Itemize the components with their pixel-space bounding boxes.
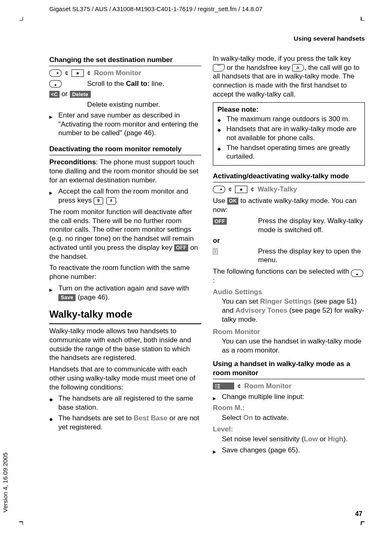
crop-mark bbox=[17, 521, 23, 527]
star-key-icon bbox=[235, 186, 247, 193]
ok-softkey: OK bbox=[227, 198, 238, 205]
list-item: The handsets are set to Best Base or are… bbox=[58, 414, 201, 432]
key-hash-icon: ♯ bbox=[106, 197, 116, 205]
handsfree-key-icon: 🔊 bbox=[292, 64, 304, 71]
off-softkey: OFF bbox=[213, 218, 227, 225]
body-text: The following functions can be selected … bbox=[213, 267, 365, 285]
clear-key-icon: <C bbox=[49, 91, 60, 98]
instruction-text: Scroll to the Call to: line. bbox=[87, 79, 201, 88]
heading-use-as-room-monitor: Using a handset in walky-talky mode as a… bbox=[213, 359, 365, 379]
instruction-text: Press the display key to open the menu. bbox=[258, 247, 365, 265]
or-text: or bbox=[60, 90, 70, 98]
delete-softkey: Delete bbox=[70, 91, 91, 98]
step-bullet-icon bbox=[49, 284, 58, 302]
instruction-text: Change multiple line input: bbox=[222, 392, 365, 401]
heading-activate-walky: Activating/deactivating walky-talky mode bbox=[213, 171, 365, 182]
key-9-icon: 9 bbox=[94, 197, 103, 205]
step-bullet-icon bbox=[49, 111, 58, 138]
menu-option-label: Audio Settings bbox=[213, 288, 365, 297]
crop-mark bbox=[17, 15, 23, 21]
arrow-icon: ¢ bbox=[65, 69, 68, 77]
heading-deactivate-remote: Deactivating the room monitor remotely bbox=[49, 144, 201, 155]
arrow-icon: ¢ bbox=[251, 185, 254, 193]
step-bullet-icon bbox=[213, 446, 222, 455]
menu-label: Room Monitor bbox=[94, 69, 141, 78]
step-bullet-icon bbox=[213, 392, 222, 401]
star-key-icon bbox=[71, 69, 84, 77]
menu-option-label: Room Monitor bbox=[213, 327, 365, 336]
control-key-down-icon bbox=[49, 80, 62, 88]
instruction-text: Save changes (page 65). bbox=[222, 446, 365, 455]
note-item: The handset operating times are greatly … bbox=[226, 143, 360, 161]
step-bullet-icon bbox=[49, 187, 58, 205]
instruction-text: Turn on the activation again and save wi… bbox=[58, 284, 201, 302]
diamond-bullet-icon bbox=[217, 143, 226, 161]
heading-change-dest: Changing the set destination number bbox=[49, 55, 201, 66]
crop-mark bbox=[361, 521, 367, 527]
heading-walky-talky: Walky-talky mode bbox=[49, 308, 201, 324]
menu-key-icon bbox=[213, 249, 218, 254]
crop-mark bbox=[361, 15, 367, 21]
instruction-text: Delete existing number. bbox=[87, 100, 201, 109]
body-text: To reactivate the room function with the… bbox=[49, 263, 201, 281]
diamond-bullet-icon bbox=[49, 394, 58, 412]
body-text: You can set Ringer Settings (see page 51… bbox=[222, 297, 365, 324]
body-text: Set noise level sensitivity (Low or High… bbox=[222, 435, 365, 444]
running-head: Using several handsets bbox=[49, 35, 365, 43]
right-column: In walky-talky mode, if you press the ta… bbox=[213, 53, 365, 456]
body-text: Walky-talky mode allows two handsets to … bbox=[49, 327, 201, 362]
doc-path: Gigaset SL375 / AUS / A31008-M1903-C401-… bbox=[49, 5, 263, 13]
list-item: The handsets are all registered to the s… bbox=[58, 394, 201, 412]
field-label: Level: bbox=[213, 425, 365, 434]
body-text: Preconditions: The phone must support to… bbox=[49, 158, 201, 184]
diamond-bullet-icon bbox=[217, 115, 226, 124]
note-item: The maximum range outdoors is 300 m. bbox=[226, 115, 360, 124]
menu-softkey bbox=[213, 383, 234, 389]
nav-path: ¢ ¢ Room Monitor bbox=[49, 69, 201, 78]
or-label: or bbox=[213, 236, 365, 245]
note-item: Handsets that are in walky-talky mode ar… bbox=[226, 124, 360, 143]
control-key-right-icon bbox=[213, 186, 225, 193]
instruction-text: Enter and save number as described in "A… bbox=[58, 111, 201, 138]
body-text: Handsets that are to communicate with ea… bbox=[49, 365, 201, 392]
page-number: 47 bbox=[355, 510, 362, 518]
body-text: The room monitor function will deactivat… bbox=[49, 207, 201, 261]
body-text: Use OK to activate walky-talky mode. You… bbox=[213, 196, 365, 214]
field-label: Room M.: bbox=[213, 403, 365, 413]
body-text: You can use the handset in walky-talky m… bbox=[222, 337, 365, 355]
nav-path: ¢ Room Monitor bbox=[213, 382, 365, 391]
save-softkey: Save bbox=[58, 294, 76, 301]
diamond-bullet-icon bbox=[217, 124, 226, 143]
nav-path: ¢ ¢ Walky-Talky bbox=[213, 185, 365, 194]
note-title: Please note: bbox=[217, 105, 360, 114]
instruction-text: Press the display key. Walky-talky mode … bbox=[258, 217, 365, 235]
off-softkey: OFF bbox=[174, 244, 188, 251]
control-key-down-icon bbox=[351, 270, 363, 277]
arrow-icon: ¢ bbox=[87, 69, 90, 77]
body-text: In walky-talky mode, if you press the ta… bbox=[213, 54, 365, 99]
please-note-box: Please note: The maximum range outdoors … bbox=[213, 102, 365, 166]
arrow-icon: ¢ bbox=[238, 382, 241, 390]
arrow-icon: ¢ bbox=[228, 185, 232, 193]
menu-label: Room Monitor bbox=[244, 382, 291, 391]
diamond-bullet-icon bbox=[49, 414, 58, 432]
version-stamp: Version 4, 16.09.2005 bbox=[1, 452, 9, 512]
instruction-text: Accept the call from the room monitor an… bbox=[58, 187, 201, 205]
talk-key-icon: ⁀ bbox=[213, 64, 225, 71]
left-column: Changing the set destination number ¢ ¢ … bbox=[49, 53, 201, 456]
page-body: Using several handsets Changing the set … bbox=[49, 33, 365, 514]
menu-label: Walky-Talky bbox=[258, 185, 297, 194]
control-key-right-icon bbox=[49, 69, 62, 77]
body-text: Select On to activate. bbox=[222, 413, 365, 422]
